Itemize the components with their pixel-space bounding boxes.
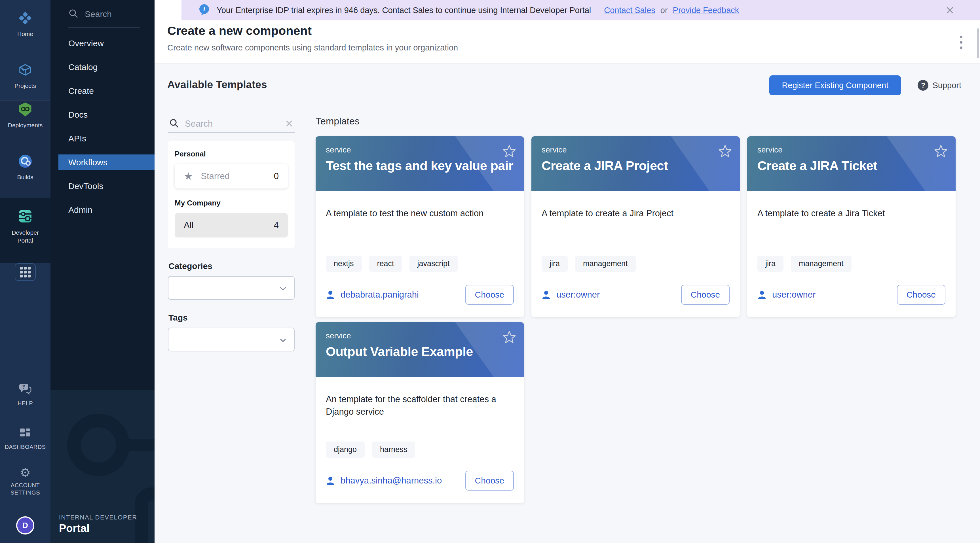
- question-mark-icon: ?: [918, 80, 928, 90]
- card-owner-link[interactable]: user:owner: [542, 290, 600, 300]
- sidebar-item-workflows[interactable]: Workflows: [59, 154, 154, 170]
- rail-item-label: Projects: [14, 82, 36, 90]
- card-owner-name: user:owner: [772, 290, 816, 300]
- template-card: service Create a JIRA Ticket A template …: [747, 136, 956, 317]
- template-card: service Test the tags and key value pair…: [316, 136, 524, 317]
- sidebar-item-catalog[interactable]: Catalog: [51, 55, 154, 79]
- star-icon: ★: [184, 170, 193, 182]
- rail-item-label: Developer Portal: [8, 229, 42, 244]
- card-tags: djangoharness: [326, 441, 514, 458]
- person-icon: [326, 290, 335, 299]
- rail-item-label: Builds: [17, 173, 33, 181]
- card-owner-name: bhavya.sinha@harness.io: [340, 476, 442, 486]
- choose-button[interactable]: Choose: [681, 285, 730, 305]
- personal-label: Personal: [175, 150, 288, 159]
- rail-item-deployments[interactable]: Deployments: [0, 102, 51, 129]
- card-tags: jiramanagement: [757, 256, 945, 272]
- provide-feedback-link[interactable]: Provide Feedback: [673, 6, 739, 15]
- person-icon: [542, 290, 551, 299]
- rail-item-builds[interactable]: Builds: [0, 154, 51, 181]
- template-card-header: service Create a JIRA Project: [531, 136, 740, 191]
- page-header: i Your Enterprise IDP trial expires in 9…: [154, 0, 980, 64]
- sidebar-item-docs[interactable]: Docs: [51, 103, 154, 127]
- rail-item-help[interactable]: ? HELP: [0, 383, 51, 407]
- card-owner-link[interactable]: bhavya.sinha@harness.io: [326, 476, 442, 486]
- template-card-header: service Output Variable Example: [316, 322, 524, 377]
- contact-sales-link[interactable]: Contact Sales: [604, 6, 655, 15]
- card-description: A template to create a Jira Ticket: [757, 207, 942, 220]
- card-title: Create a JIRA Ticket: [757, 159, 945, 173]
- support-button[interactable]: ? Support: [918, 80, 961, 90]
- filter-starred-row[interactable]: ★ Starred 0: [175, 164, 288, 189]
- sidebar-search[interactable]: [68, 7, 140, 22]
- filter-panel: ✕ Personal ★ Starred 0 My Company All 4 …: [168, 116, 294, 351]
- sidebar-footer: INTERNAL DEVELOPER Portal: [51, 390, 154, 543]
- sidebar-item-apis[interactable]: APIs: [51, 127, 154, 151]
- templates-heading: Templates: [316, 116, 962, 127]
- starred-label: Starred: [201, 171, 230, 181]
- template-search[interactable]: ✕: [168, 116, 294, 133]
- module-selector-grid-icon[interactable]: [15, 263, 36, 281]
- card-footer: debabrata.panigrahi Choose: [326, 285, 514, 305]
- star-icon[interactable]: [934, 144, 948, 159]
- ownership-filter-card: Personal ★ Starred 0 My Company All 4: [168, 141, 294, 248]
- star-icon[interactable]: [718, 144, 732, 159]
- rail-item-projects[interactable]: Projects: [0, 63, 51, 90]
- rail-item-label: ACCOUNT SETTINGS: [7, 481, 44, 496]
- banner-or-text: or: [660, 6, 668, 15]
- card-title: Test the tags and key value pair: [326, 159, 514, 173]
- sidebar-item-create[interactable]: Create: [51, 79, 154, 103]
- card-owner-name: debabrata.panigrahi: [340, 290, 419, 300]
- card-title: Create a JIRA Project: [542, 159, 730, 173]
- tag-chip-javascript: javascript: [409, 256, 458, 272]
- choose-button[interactable]: Choose: [465, 471, 514, 491]
- template-search-input[interactable]: [185, 119, 279, 129]
- sidebar-nav: OverviewCatalogCreateDocsAPIsWorkflowsDe…: [51, 32, 154, 222]
- tags-select[interactable]: [168, 328, 294, 351]
- sidebar-item-admin[interactable]: Admin: [51, 198, 154, 222]
- gear-icon: ⚙: [20, 467, 30, 479]
- starred-count: 0: [274, 171, 279, 181]
- card-type: service: [326, 331, 514, 340]
- tag-chip-harness: harness: [372, 441, 415, 458]
- template-card-header: service Test the tags and key value pair: [316, 136, 524, 191]
- sidebar-item-devtools[interactable]: DevTools: [51, 174, 154, 198]
- banner-close-icon[interactable]: [945, 6, 955, 15]
- module-rail: Home Projects Deployments: [0, 0, 51, 543]
- kebab-menu-icon[interactable]: [958, 34, 964, 51]
- card-title: Output Variable Example: [326, 345, 514, 359]
- templates-section: Templates service Test the tags and key …: [316, 116, 962, 503]
- categories-select[interactable]: [168, 276, 294, 300]
- card-description: A template to create a Jira Project: [542, 207, 726, 220]
- tag-chip-management: management: [575, 256, 636, 272]
- builds-icon: [18, 154, 33, 170]
- card-owner-link[interactable]: user:owner: [757, 290, 816, 300]
- tag-chip-react: react: [369, 256, 402, 272]
- rail-item-dashboards[interactable]: DASHBOARDS: [0, 427, 51, 451]
- choose-button[interactable]: Choose: [465, 285, 514, 305]
- clear-search-icon[interactable]: ✕: [285, 119, 293, 129]
- choose-button[interactable]: Choose: [897, 285, 945, 305]
- sidebar-item-overview[interactable]: Overview: [51, 32, 154, 55]
- register-existing-component-button[interactable]: Register Existing Component: [769, 75, 901, 95]
- support-label: Support: [932, 81, 961, 90]
- card-owner-link[interactable]: debabrata.panigrahi: [326, 290, 419, 300]
- star-icon[interactable]: [503, 330, 516, 345]
- star-icon[interactable]: [503, 144, 516, 159]
- user-avatar[interactable]: D: [16, 516, 34, 535]
- card-tags: nextjsreactjavascript: [326, 256, 514, 272]
- search-icon: [169, 118, 179, 130]
- sidebar-search-input[interactable]: [85, 10, 136, 19]
- rail-item-home[interactable]: Home: [0, 11, 51, 38]
- scrollbar[interactable]: [977, 29, 979, 58]
- rail-item-account-settings[interactable]: ⚙ ACCOUNT SETTINGS: [0, 467, 51, 496]
- filter-all-row[interactable]: All 4: [175, 213, 288, 238]
- decorative-bar: [126, 439, 154, 451]
- tag-chip-management: management: [791, 256, 851, 272]
- banner-message: Your Enterprise IDP trial expires in 946…: [216, 6, 591, 15]
- person-icon: [326, 476, 335, 485]
- projects-cube-icon: [18, 63, 33, 79]
- rail-item-label: DASHBOARDS: [5, 443, 46, 451]
- rail-item-developer-portal[interactable]: Developer Portal: [0, 208, 51, 244]
- rail-item-label: Deployments: [8, 121, 43, 129]
